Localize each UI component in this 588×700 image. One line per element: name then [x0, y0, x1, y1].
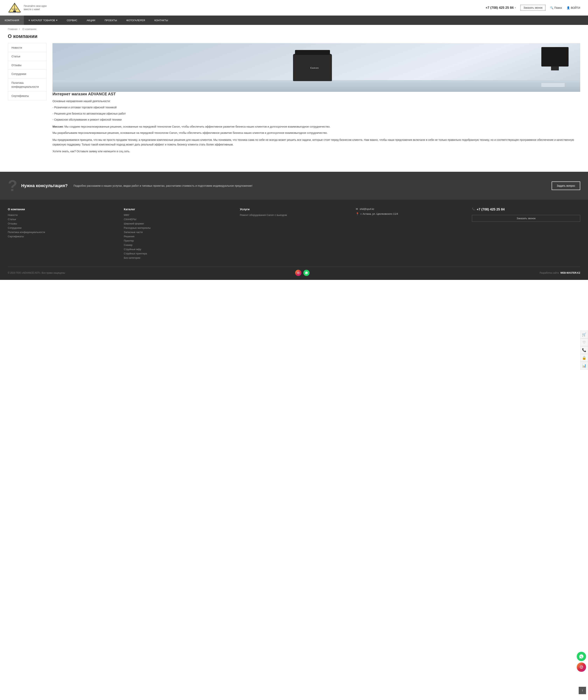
catalog-arrow-icon: ▾	[56, 19, 57, 22]
footer-catalog-uncategorized[interactable]: Без категории	[124, 256, 232, 259]
footer-contacts-column: ✉ shd@spuf.kz 📍 г. Астана, ул. Циолковск…	[356, 208, 464, 261]
footer-catalog-title: Каталог	[124, 208, 232, 211]
location-icon: 📍	[356, 212, 359, 215]
footer-services-column: Услуги Ремонт оборудования Canon с выезд…	[240, 208, 348, 261]
footer-address-block: 📍 г. Астана, ул. Циолковского 11/4	[356, 212, 464, 215]
phone-block: +7 (708) 425 25 84 ▾	[486, 6, 516, 10]
company-mission: Миссия: Мы создаем персонализированные р…	[53, 124, 580, 135]
header: ADVANCE AST Печатайте свои идеи вместе с…	[0, 0, 588, 16]
sidebar-item-privacy[interactable]: Политика конфиденциальности	[8, 78, 46, 92]
footer-catalog-mfu[interactable]: МФУ	[124, 214, 232, 216]
footer-email-block: ✉ shd@spuf.kz	[356, 208, 464, 210]
main-content: Новости Статьи Отзывы Сотрудники Политик…	[0, 43, 588, 164]
logo-container: ADVANCE AST Печатайте свои идеи вместе с…	[8, 2, 47, 13]
breadcrumb-separator: /	[19, 28, 20, 31]
footer: О компании Новости Статьи Отзывы Сотрудн…	[0, 200, 588, 280]
nav-item-promotions[interactable]: АКЦИИ	[82, 16, 100, 25]
breadcrumb-current: О компании	[22, 28, 36, 31]
svg-text:ADVANCE AST: ADVANCE AST	[9, 12, 20, 13]
footer-social	[295, 270, 310, 276]
main-nav: КОМПАНИЯ ≡ КАТАЛОГ ТОВАРОВ ▾ СЕРВИС АКЦИ…	[0, 16, 588, 25]
content-area: Canon Интернет магазин ADVANCE AST Основ…	[53, 43, 580, 156]
company-principle: Мы придерживаемся принципа, что мы не пр…	[53, 138, 580, 147]
footer-link-articles[interactable]: Статьи	[8, 218, 116, 221]
footer-developer: Разработка сайта WEB-MASTER.KZ	[540, 272, 580, 274]
search-button[interactable]: 🔍 Поиск	[550, 6, 562, 9]
footer-about-column: О компании Новости Статьи Отзывы Сотрудн…	[8, 208, 116, 261]
nav-item-service[interactable]: СЕРВИС	[62, 16, 82, 25]
footer-link-reviews[interactable]: Отзывы	[8, 222, 116, 225]
footer-phone-number: +7 (708) 425 25 84	[477, 208, 505, 211]
svg-rect-4	[13, 11, 16, 12]
footer-bottom: © 2023 ТОО «ADVANCE AST». Все права защи…	[8, 266, 580, 276]
footer-catalog-wide[interactable]: Широкий формат	[124, 222, 232, 225]
footer-whatsapp-icon[interactable]	[303, 270, 310, 276]
footer-catalog-scanners[interactable]: СКАНЕРЫ	[124, 218, 232, 221]
footer-about-title: О компании	[8, 208, 116, 211]
footer-catalog-scanner[interactable]: Сканер	[124, 244, 232, 246]
footer-catalog-spare[interactable]: Запасные части	[124, 231, 232, 234]
sidebar-item-employees[interactable]: Сотрудники	[8, 70, 46, 78]
catalog-list-icon: ≡	[29, 19, 30, 22]
phone-number[interactable]: +7 (708) 425 25 84	[486, 6, 514, 10]
sidebar-item-reviews[interactable]: Отзывы	[8, 61, 46, 70]
user-icon: 👤	[567, 6, 570, 9]
footer-copyright: © 2023 ТОО «ADVANCE AST». Все права защи…	[8, 272, 65, 274]
consultation-button[interactable]: Задать вопрос	[552, 181, 580, 190]
phone-dropdown-icon[interactable]: ▾	[515, 6, 516, 9]
nav-item-projects[interactable]: ПРОЕКТЫ	[100, 16, 122, 25]
sidebar-item-articles[interactable]: Статьи	[8, 52, 46, 61]
footer-catalog-consumables[interactable]: Расходные материалы	[124, 226, 232, 229]
company-image: Canon	[53, 43, 580, 92]
footer-link-employees[interactable]: Сотрудники	[8, 226, 116, 229]
footer-top: О компании Новости Статьи Отзывы Сотрудн…	[8, 208, 580, 261]
footer-link-privacy[interactable]: Политика конфиденциальности	[8, 231, 116, 234]
company-directions: Основные направления нашей деятельности:…	[53, 99, 580, 122]
logo-tagline: Печатайте свои идеи вместе с нами!	[24, 4, 47, 11]
login-button[interactable]: 👤 ВОЙТИ	[567, 6, 580, 9]
sidebar-item-news[interactable]: Новости	[8, 43, 46, 52]
company-cta: Хотите знать, как? Оставьте заявку или н…	[53, 149, 580, 154]
footer-services-title: Услуги	[240, 208, 348, 211]
footer-catalog-column: Каталог МФУ СКАНЕРЫ Широкий формат Расхо…	[124, 208, 232, 261]
consultation-banner: ? Нужна консультация? Подробно расскажем…	[0, 172, 588, 200]
page-title: О компании	[0, 32, 588, 43]
sidebar-item-certificates[interactable]: Сертификаты	[8, 92, 46, 100]
svg-point-10	[298, 272, 299, 273]
nav-item-company[interactable]: КОМПАНИЯ	[0, 16, 24, 25]
header-right: +7 (708) 425 25 84 ▾ Заказать звонок 🔍 П…	[486, 5, 580, 11]
footer-catalog-solutions[interactable]: Решения	[124, 235, 232, 238]
svg-point-11	[299, 272, 299, 272]
logo-icon: ADVANCE AST	[8, 2, 21, 13]
footer-link-certificates[interactable]: Сертификаты	[8, 235, 116, 238]
nav-item-contacts[interactable]: КОНТАКТЫ	[150, 16, 173, 25]
footer-phone-block: 📞 +7 (708) 425 25 84	[472, 208, 580, 211]
footer-catalog-inkjet-mfu[interactable]: Струйные мфу	[124, 248, 232, 251]
nav-item-catalog[interactable]: ≡ КАТАЛОГ ТОВАРОВ ▾	[24, 16, 62, 25]
email-icon: ✉	[356, 208, 358, 210]
footer-instagram-icon[interactable]	[295, 270, 301, 276]
footer-service-repair[interactable]: Ремонт оборудования Canon с выездом	[240, 214, 348, 216]
nav-item-gallery[interactable]: ФОТОГАЛЕРЕЯ	[122, 16, 150, 25]
footer-catalog-printer[interactable]: Принтер	[124, 239, 232, 242]
callback-button[interactable]: Заказать звонок	[521, 5, 545, 11]
consultation-title: Нужна консультация?	[21, 183, 68, 189]
company-title: Интернет магазин ADVANCE AST	[53, 92, 580, 96]
breadcrumb-home[interactable]: Главная	[8, 28, 17, 31]
footer-link-news[interactable]: Новости	[8, 214, 116, 216]
footer-phone-icon: 📞	[472, 208, 475, 210]
footer-phone-column: 📞 +7 (708) 425 25 84 Заказать звонок	[472, 208, 580, 261]
footer-callback-button[interactable]: Заказать звонок	[472, 215, 580, 222]
search-icon: 🔍	[550, 6, 553, 9]
footer-catalog-inkjet-printer[interactable]: Струйных принтера	[124, 252, 232, 255]
breadcrumb: Главная / О компании	[0, 25, 588, 32]
consultation-text: Подробно расскажем о наших услугах, вида…	[73, 184, 546, 188]
sidebar: Новости Статьи Отзывы Сотрудники Политик…	[8, 43, 47, 100]
